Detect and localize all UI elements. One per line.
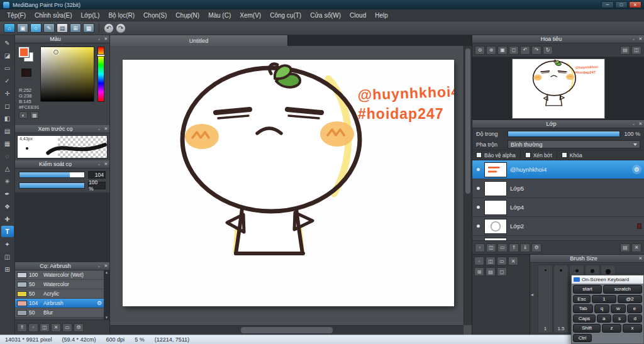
brush-size-slider[interactable]: [19, 172, 85, 178]
delete-brush-icon[interactable]: ✕: [51, 323, 61, 332]
list-icon[interactable]: ▤: [486, 267, 496, 276]
color-wheel-icon[interactable]: ◐: [19, 111, 28, 119]
key-esc[interactable]: Esc: [573, 295, 591, 304]
menu-select[interactable]: Chọn(S): [139, 9, 171, 21]
rotate-cw-icon[interactable]: ↷: [531, 46, 541, 55]
split-view-icon[interactable]: ◫: [631, 46, 641, 55]
key-e[interactable]: e: [627, 304, 642, 313]
close-icon[interactable]: ✕: [103, 126, 109, 131]
key-tab[interactable]: Tab: [573, 304, 593, 313]
close-button[interactable]: ✕: [629, 1, 641, 8]
palette-icon[interactable]: ▦: [30, 111, 39, 119]
layer-settings-gear-icon[interactable]: ⚙: [632, 165, 641, 174]
minimize-button[interactable]: ─: [601, 1, 614, 8]
scroll-left-icon[interactable]: ◂: [531, 292, 533, 297]
layer-row[interactable]: Lớp4: [472, 198, 644, 217]
fill-tool-icon[interactable]: ◧: [1, 113, 14, 124]
key-d[interactable]: d: [628, 314, 642, 323]
key-q[interactable]: q: [594, 304, 609, 313]
duplicate-doc-icon[interactable]: ◫: [486, 257, 496, 265]
material-panel-icon[interactable]: ▦: [83, 23, 94, 33]
grid-icon[interactable]: ⊞: [474, 267, 484, 276]
layer-row[interactable]: Lớp5: [472, 179, 644, 198]
merge-layer-icon[interactable]: ▤: [620, 243, 630, 252]
menu-window[interactable]: Cửa sổ(W): [306, 9, 345, 21]
canvas-horizontal-scrollbar[interactable]: [110, 325, 464, 335]
new-layer-icon[interactable]: ▫: [475, 243, 485, 252]
layer-opacity-slider[interactable]: [508, 131, 620, 137]
document-icon[interactable]: ▤: [57, 23, 68, 33]
lasso-tool-icon[interactable]: ◌: [1, 150, 14, 162]
foreground-color-swatch[interactable]: [19, 47, 29, 57]
brush-size-option[interactable]: 1.5: [553, 265, 569, 333]
add-tool-icon[interactable]: ✚: [1, 213, 14, 225]
layer-visibility-toggle[interactable]: [475, 168, 481, 171]
menu-filter[interactable]: Bộ lọc(R): [104, 9, 139, 21]
save-icon[interactable]: ▣: [17, 23, 28, 33]
saturation-value-picker[interactable]: [40, 47, 94, 102]
vertical-scroll-thumb[interactable]: [465, 48, 470, 194]
comment-icon[interactable]: ○: [30, 23, 42, 33]
menu-file[interactable]: Tệp(F): [3, 9, 30, 21]
key-scratch[interactable]: scratch: [603, 285, 642, 294]
brush-item[interactable]: 100 Watercolor (Wet): [15, 270, 104, 280]
layer-folder-icon[interactable]: ▭: [497, 243, 508, 252]
brush-opacity-slider[interactable]: [19, 182, 85, 189]
lock-checkbox[interactable]: [562, 152, 567, 158]
menu-snap[interactable]: Chụp(N): [171, 9, 204, 21]
key-2[interactable]: @2: [618, 295, 642, 304]
snap-tool-icon[interactable]: ✓: [1, 75, 14, 86]
key-caps[interactable]: Caps: [573, 314, 596, 323]
close-icon[interactable]: ✕: [637, 36, 644, 42]
detach-icon[interactable]: ▫: [630, 37, 637, 42]
brush-size-value[interactable]: 104: [88, 171, 106, 179]
brush-opacity-value[interactable]: 100 %: [88, 182, 106, 189]
drawing-canvas[interactable]: [123, 60, 454, 306]
flip-view-icon[interactable]: ▤: [620, 46, 630, 55]
marquee-tool-icon[interactable]: ▭: [1, 62, 14, 74]
zoom-in-icon[interactable]: ⊕: [486, 46, 496, 55]
brush-tool-icon[interactable]: ✎: [1, 37, 14, 48]
navigator-thumbnail[interactable]: [513, 59, 604, 118]
brush-folder-icon[interactable]: ▭: [62, 323, 72, 332]
pen-tool-icon[interactable]: ✒: [1, 188, 14, 199]
move-layer-up-icon[interactable]: ⇑: [509, 243, 519, 252]
select-tool-icon[interactable]: ▦: [1, 138, 14, 149]
brush-item[interactable]: 50 Watercolor: [15, 280, 104, 289]
detach-icon[interactable]: ▫: [96, 264, 103, 269]
maximize-button[interactable]: □: [615, 1, 628, 8]
magicwand-tool-icon[interactable]: ✳: [1, 175, 14, 187]
menu-color[interactable]: Màu (C): [204, 9, 235, 21]
key-shift[interactable]: Shift: [573, 324, 601, 333]
brush-size-option[interactable]: 1: [538, 265, 553, 333]
brush-item[interactable]: 50 Blur: [15, 308, 104, 318]
operation-tool-icon[interactable]: ❖: [1, 201, 14, 212]
layer-row-selected[interactable]: @huynhkhoi4 ⚙: [472, 160, 644, 179]
brush-up-icon[interactable]: ⇑: [17, 323, 27, 332]
brush-item[interactable]: 50 Acrylic: [15, 289, 104, 299]
fit-view-icon[interactable]: ▣: [497, 46, 508, 55]
detach-icon[interactable]: ▫: [630, 122, 637, 126]
osk-titlebar[interactable]: On-Screen Keyboard: [572, 275, 643, 284]
key-x[interactable]: x: [623, 324, 642, 333]
zoom-out-icon[interactable]: ⊖: [475, 46, 485, 55]
actual-size-icon[interactable]: ◻: [509, 46, 519, 55]
hue-slider[interactable]: [97, 47, 104, 102]
scroll-up-icon[interactable]: ▲: [105, 270, 109, 274]
key-z[interactable]: z: [602, 324, 621, 333]
layer-visibility-toggle[interactable]: [475, 225, 481, 228]
menu-layer[interactable]: Lớp(L): [77, 9, 104, 21]
canvas-viewport[interactable]: [110, 46, 464, 325]
key-start[interactable]: start: [573, 285, 602, 294]
canvas-tab[interactable]: Untitled: [110, 35, 288, 46]
eyedropper-tool-icon[interactable]: ✦: [1, 238, 14, 250]
brush-settings-icon[interactable]: ⚙: [74, 323, 84, 332]
detach-icon[interactable]: ▫: [96, 127, 103, 131]
key-1[interactable]: 1: [592, 295, 616, 304]
canvas-vertical-scrollbar[interactable]: [464, 46, 472, 325]
home-icon[interactable]: ⌂: [4, 23, 15, 33]
new-brush-icon[interactable]: ▫: [28, 323, 38, 332]
menu-tools[interactable]: Công cụ(T): [265, 9, 306, 21]
blend-mode-dropdown[interactable]: Bình thường: [508, 140, 640, 148]
brush-item-selected[interactable]: 104 Airbrush ⚙: [15, 299, 104, 308]
